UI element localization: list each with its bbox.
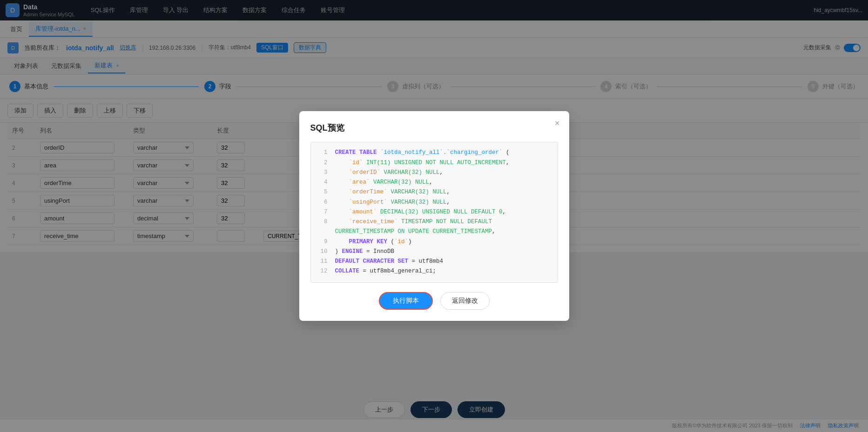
modal-overlay: SQL预览 × 1 CREATE TABLE `iotda_notify_all… [0, 0, 868, 432]
sql-line-8: 8 `receive_time` TIMESTAMP NOT NULL DEFA… [318, 217, 550, 237]
sql-line-4: 4 `area` VARCHAR(32) NULL, [318, 178, 550, 187]
sql-line-10: 10 ) ENGINE = InnoDB [318, 247, 550, 257]
sql-line-11: 11 DEFAULT CHARACTER SET = utf8mb4 [318, 257, 550, 266]
back-edit-btn[interactable]: 返回修改 [440, 292, 490, 310]
sql-line-5: 5 `orderTime` VARCHAR(32) NULL, [318, 187, 550, 197]
sql-line-1: 1 CREATE TABLE `iotda_notify_all`.`charg… [318, 148, 550, 158]
modal-title: SQL预览 [310, 122, 558, 133]
execute-script-btn[interactable]: 执行脚本 [379, 292, 433, 310]
modal-close-btn[interactable]: × [555, 119, 560, 128]
sql-line-9: 9 PRIMARY KEY (`id`) [318, 237, 550, 247]
sql-preview-modal: SQL预览 × 1 CREATE TABLE `iotda_notify_all… [299, 111, 569, 320]
sql-line-12: 12 COLLATE = utf8mb4_general_ci; [318, 266, 550, 276]
sql-line-2: 2 `id` INT(11) UNSIGNED NOT NULL AUTO_IN… [318, 158, 550, 168]
sql-line-6: 6 `usingPort` VARCHAR(32) NULL, [318, 198, 550, 207]
sql-line-7: 7 `amount` DECIMAL(32) UNSIGNED NULL DEF… [318, 207, 550, 217]
sql-line-3: 3 `orderID` VARCHAR(32) NULL, [318, 168, 550, 178]
sql-preview-box: 1 CREATE TABLE `iotda_notify_all`.`charg… [310, 142, 558, 282]
modal-actions: 执行脚本 返回修改 [310, 292, 558, 310]
